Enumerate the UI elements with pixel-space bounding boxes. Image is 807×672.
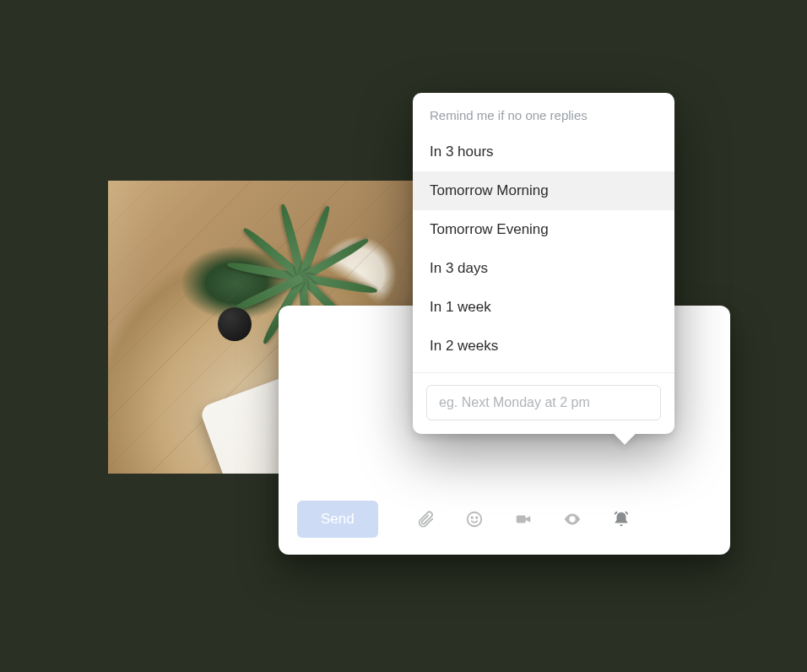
reminder-popover: Remind me if no one replies In 3 hours T…: [413, 93, 674, 434]
reminder-option-tomorrow-morning[interactable]: Tomorrow Morning: [413, 171, 674, 210]
send-button[interactable]: Send: [297, 501, 378, 538]
reminder-option-3-hours[interactable]: In 3 hours: [413, 133, 674, 171]
divider: [413, 372, 674, 373]
emoji-icon[interactable]: [464, 509, 485, 529]
svg-point-0: [467, 512, 481, 527]
compose-toolbar: Send: [279, 501, 730, 538]
video-icon[interactable]: [513, 509, 533, 529]
svg-point-4: [571, 518, 574, 521]
bell-icon[interactable]: [611, 509, 631, 529]
eye-icon[interactable]: [562, 509, 582, 529]
reminder-option-tomorrow-evening[interactable]: Tomorrow Evening: [413, 210, 674, 249]
reminder-option-1-week[interactable]: In 1 week: [413, 288, 674, 327]
attachment-icon[interactable]: [415, 509, 436, 529]
custom-time-input[interactable]: [426, 385, 661, 420]
svg-point-2: [476, 517, 477, 518]
svg-rect-3: [516, 515, 525, 523]
reminder-title: Remind me if no one replies: [413, 93, 674, 133]
svg-point-1: [471, 517, 472, 518]
reminder-option-3-days[interactable]: In 3 days: [413, 249, 674, 288]
reminder-option-2-weeks[interactable]: In 2 weeks: [413, 327, 674, 366]
plant-pot: [218, 307, 252, 341]
